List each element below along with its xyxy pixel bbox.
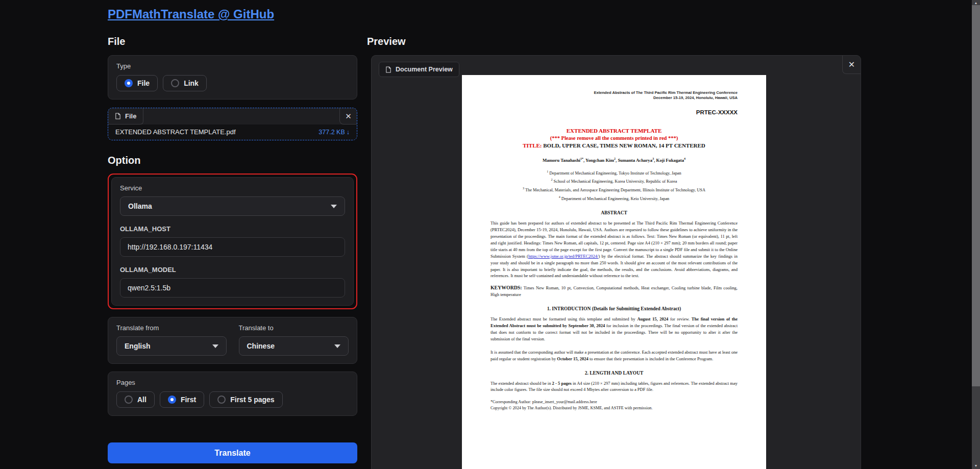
pdf-length-paragraph: The extended abstract should be in 2 - 5… (491, 380, 738, 393)
deadline-bold: August 15, 2024 (637, 316, 668, 322)
text-segment: School of Mechanical Engineering, Korea … (553, 179, 677, 184)
document-icon (385, 66, 391, 73)
service-dropdown[interactable]: Ollama (120, 196, 345, 216)
translate-from-dropdown[interactable]: English (116, 336, 227, 356)
translate-to-dropdown[interactable]: Chinese (239, 336, 349, 356)
pdf-title-main: TITLE: BOLD, UPPER CASE, TIMES NEW ROMAN… (491, 142, 738, 149)
author: , Sumanta Acharya (616, 158, 652, 163)
scrollbar-up-icon[interactable]: ▲ (972, 1, 980, 5)
preview-panel: Document Preview ✕ Extended Abstracts of… (371, 55, 861, 469)
uploaded-file-card: File EXTENDED ABSTRACT TEMPLATE.pdf 377.… (108, 108, 357, 140)
pages-radio-first[interactable]: First (160, 391, 204, 408)
download-icon: ↓ (347, 129, 350, 136)
text-segment: to ensure that their presentation is inc… (589, 356, 714, 361)
pdf-affiliations: 1 Department of Mechanical Engineering, … (491, 168, 738, 202)
pdf-corresponding-author: *Corresponding Author: please_insert_you… (491, 399, 738, 405)
affiliation-line: 3 The Mechanical, Materials, and Aerospa… (491, 185, 738, 194)
service-dropdown-value: Ollama (128, 202, 152, 210)
affiliation-line: 4 Department of Mechanical Engineering, … (491, 194, 738, 203)
pdf-page: Extended Abstracts of The Third Pacific … (462, 75, 766, 469)
file-close-button[interactable]: ✕ (339, 108, 357, 125)
text-segment: Department of Mechanical Engineering, Ke… (560, 196, 670, 201)
type-radio-file[interactable]: File (116, 75, 158, 91)
preview-close-button[interactable]: ✕ (842, 56, 861, 74)
type-label: Type (116, 62, 349, 70)
pdf-copyright: Copyright © 2024 by The Author(s). Distr… (491, 405, 738, 411)
pdf-header-line2: December 15-19, 2024, Honolulu, Hawaii, … (491, 95, 738, 101)
pdf-title-prefix: TITLE: (523, 142, 542, 149)
affiliation-line: 2 School of Mechanical Engineering, Kore… (491, 177, 738, 185)
page-scrollbar[interactable]: ▲ ▼ (972, 0, 980, 469)
chevron-down-icon (212, 344, 218, 348)
text-segment: The extended abstract should be in (491, 381, 552, 386)
affiliation-line: 1 Department of Mechanical Engineering, … (491, 168, 738, 177)
language-group: Translate from English Translate to Chin… (108, 317, 357, 364)
text-segment: for review. (668, 316, 692, 322)
translate-from-value: English (125, 342, 151, 350)
pdf-title-red1: EXTENDED ABSTRACT TEMPLATE (491, 128, 738, 134)
document-icon (115, 113, 121, 119)
pages-count-bold: 2 - 5 pages (552, 381, 572, 386)
service-group: Service Ollama OLLAMA_HOST OLLAMA_MODEL (111, 177, 354, 306)
pages-radio-all-label: All (137, 396, 146, 404)
ollama-model-label: OLLAMA_MODEL (120, 266, 345, 274)
author: , Koji Fukagata (654, 158, 684, 163)
submission-system-link[interactable]: https://www.jsme.or.jp/ted/PRTEC2024/ (528, 254, 599, 259)
file-size-text: 377.2 KB (318, 129, 345, 136)
radio-selected-icon (125, 79, 133, 87)
ollama-model-input[interactable] (120, 278, 345, 298)
service-label: Service (120, 184, 345, 192)
text-segment: The Extended abstract must be formatted … (491, 316, 637, 322)
pdf-keywords: KEYWORDS: Times New Roman, 10 pt, Convec… (491, 285, 738, 298)
radio-unselected-icon (171, 79, 179, 87)
type-radio-link[interactable]: Link (163, 75, 207, 91)
pdf-abstract-heading: ABSTRACT (491, 210, 738, 215)
text-segment: This guide has been prepared for authors… (491, 220, 738, 259)
ollama-host-label: OLLAMA_HOST (120, 225, 345, 233)
file-section-heading: File (108, 36, 357, 47)
ollama-host-input[interactable] (120, 237, 345, 257)
option-section-heading: Option (108, 155, 357, 166)
type-radio-row: File Link (116, 75, 349, 91)
pages-radio-row: All First First 5 pages (116, 391, 349, 408)
preview-heading: Preview (367, 36, 406, 47)
pdf-paper-number: PRTEC-XXXXX (491, 109, 738, 115)
pdf-header-line1: Extended Abstracts of The Third Pacific … (491, 90, 738, 95)
left-panel: PDFMathTranslate @ GitHub File Type File… (108, 0, 357, 469)
text-segment: The Mechanical, Materials, and Aerospace… (524, 188, 705, 192)
type-radio-file-label: File (137, 79, 150, 87)
deadline-bold: October 15, 2024 (557, 356, 588, 361)
pdf-authors: Mamoru Tanahashi1*, Yongchan Kim2, Suman… (491, 157, 738, 163)
file-row[interactable]: EXTENDED ABSTRACT TEMPLATE.pdf 377.2 KB … (108, 125, 357, 140)
pdf-intro-paragraph1: The Extended abstract must be formatted … (491, 316, 738, 342)
translate-button[interactable]: Translate (108, 442, 357, 463)
chevron-down-icon (331, 205, 337, 208)
pages-radio-all[interactable]: All (116, 391, 155, 408)
scrollbar-thumb[interactable] (972, 5, 980, 386)
document-preview-tab-label: Document Preview (396, 66, 453, 73)
file-card-tab-label: File (125, 112, 136, 120)
text-segment: BOLD, UPPER CASE, TIMES NEW ROMAN, 14 PT… (542, 142, 705, 149)
pages-group: Pages All First First 5 pages (108, 372, 357, 416)
pdf-conference-header: Extended Abstracts of The Third Pacific … (491, 90, 738, 101)
pdf-abstract-paragraph: This guide has been prepared for authors… (491, 220, 738, 279)
document-preview-tab[interactable]: Document Preview (379, 62, 459, 77)
file-download-link[interactable]: 377.2 KB ↓ (318, 129, 350, 136)
pages-radio-first5[interactable]: First 5 pages (209, 391, 282, 408)
keywords-label: KEYWORDS: (491, 285, 522, 290)
type-radio-link-label: Link (184, 79, 199, 87)
app-title-link[interactable]: PDFMathTranslate @ GitHub (108, 7, 274, 21)
pdf-footer: *Corresponding Author: please_insert_you… (491, 399, 738, 411)
scrollbar-down-icon[interactable]: ▼ (972, 464, 980, 468)
author: , Yongchan Kim (583, 158, 614, 163)
pages-label: Pages (116, 379, 349, 386)
translate-from-field: Translate from English (116, 324, 227, 356)
service-highlight-box: Service Ollama OLLAMA_HOST OLLAMA_MODEL (108, 174, 357, 309)
author-sup: 4 (684, 157, 685, 160)
translate-from-label: Translate from (116, 324, 227, 332)
translate-to-field: Translate to Chinese (239, 324, 349, 356)
text-segment: Times New Roman, 10 pt, Convection, Comp… (491, 285, 738, 297)
radio-selected-icon (168, 396, 176, 404)
translate-to-label: Translate to (239, 324, 349, 332)
pdf-section1-heading: 1. INTRODUCTION (Details for Submitting … (491, 306, 738, 311)
